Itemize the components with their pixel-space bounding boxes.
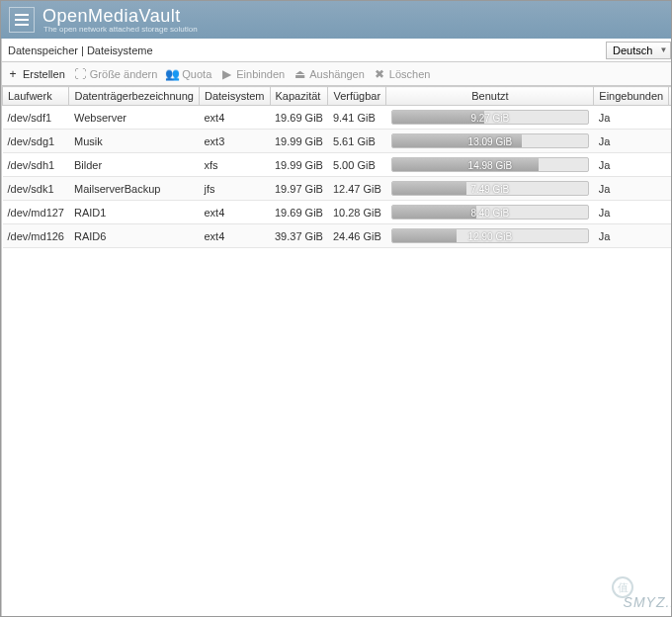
table-row[interactable]: /dev/sdg1Musikext319.99 GiB5.61 GiB13.09…: [3, 130, 673, 153]
col-device[interactable]: Laufwerk: [3, 87, 69, 106]
content: Datenspeicher | Dateisysteme Deutsch +Er…: [2, 39, 672, 616]
table-row[interactable]: /dev/md126RAID6ext439.37 GiB24.46 GiB12.…: [3, 224, 673, 248]
logo: OpenMediaVault The open network attached…: [42, 6, 198, 34]
usage-bar: 13.09 GiB: [391, 133, 589, 148]
delete-icon: ✖: [373, 67, 386, 81]
plus-icon: +: [6, 67, 20, 81]
usage-bar: 8.40 GiB: [391, 205, 589, 220]
breadcrumb: Datenspeicher | Dateisysteme: [8, 44, 606, 56]
table-row[interactable]: /dev/md127RAID1ext419.69 GiB10.28 GiB8.4…: [3, 201, 673, 224]
resize-button[interactable]: ⛶Größe ändern: [73, 67, 157, 81]
col-available[interactable]: Verfügbar: [328, 87, 386, 106]
usage-bar: 7.49 GiB: [391, 181, 589, 196]
language-select[interactable]: Deutsch: [606, 42, 671, 59]
usage-bar: 9.27 GiB: [391, 110, 589, 125]
create-button[interactable]: +Erstellen: [6, 67, 65, 81]
watermark: SMYZ.NET: [624, 594, 672, 610]
col-label[interactable]: Datenträgerbezeichnung: [69, 87, 199, 106]
table-row[interactable]: /dev/sdf1Webserverext419.69 GiB9.41 GiB9…: [3, 106, 673, 130]
filesystem-grid[interactable]: Laufwerk Datenträgerbezeichnung Dateisys…: [2, 86, 672, 616]
menu-button[interactable]: [9, 7, 35, 33]
col-capacity[interactable]: Kapazität: [270, 87, 328, 106]
col-fs[interactable]: Dateisystem: [199, 87, 270, 106]
play-icon: ▶: [219, 67, 233, 81]
toolbar: +Erstellen ⛶Größe ändern 👥Quota ▶Einbind…: [2, 62, 672, 86]
col-mounted[interactable]: Eingebunden: [594, 87, 669, 106]
col-used[interactable]: Benutzt: [386, 87, 594, 106]
quota-button[interactable]: 👥Quota: [165, 67, 211, 81]
delete-button[interactable]: ✖Löschen: [373, 67, 431, 81]
usage-bar: 14.98 GiB: [391, 157, 589, 172]
quota-icon: 👥: [165, 67, 179, 81]
app-header: OpenMediaVault The open network attached…: [1, 1, 671, 39]
eject-icon: ⏏: [293, 67, 306, 81]
table-row[interactable]: /dev/sdh1Bilderxfs19.99 GiB5.00 GiB14.98…: [3, 153, 673, 177]
resize-icon: ⛶: [73, 67, 87, 81]
table-row[interactable]: /dev/sdk1MailserverBackupjfs19.97 GiB12.…: [3, 177, 673, 201]
unmount-button[interactable]: ⏏Aushängen: [293, 67, 365, 81]
usage-bar: 12.90 GiB: [391, 228, 589, 243]
mount-button[interactable]: ▶Einbinden: [219, 67, 285, 81]
